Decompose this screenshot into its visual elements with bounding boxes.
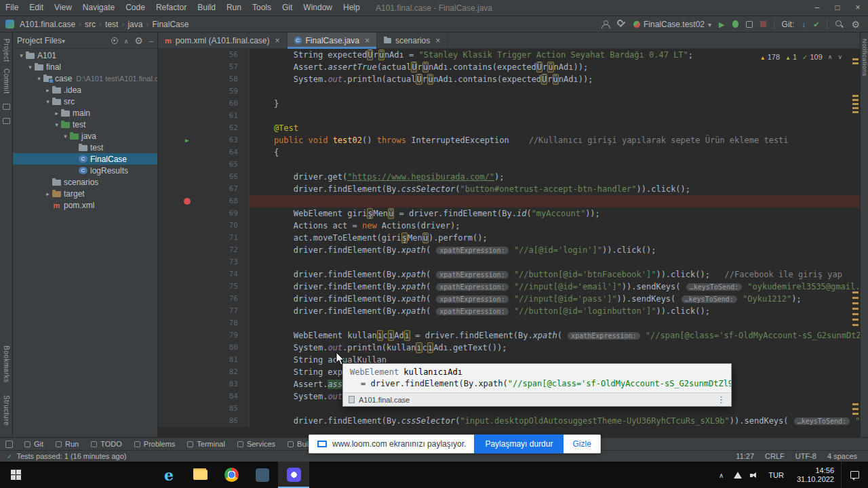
tool-window-icon[interactable] bbox=[3, 104, 10, 110]
gutter[interactable]: 72 bbox=[158, 244, 250, 256]
tree-item[interactable]: final bbox=[13, 61, 157, 73]
tab-close-icon[interactable] bbox=[435, 36, 440, 45]
tree-item[interactable]: java bbox=[13, 130, 157, 142]
tree-item[interactable]: src bbox=[13, 96, 157, 107]
code-line[interactable]: 57 Assert.assertTrue(actualÜrünAdı.conta… bbox=[158, 61, 860, 73]
status-message[interactable]: Tests passed: 1 (16 minutes ago) bbox=[16, 452, 126, 460]
network-icon[interactable] bbox=[734, 472, 742, 479]
gutter[interactable]: 64 bbox=[158, 146, 250, 159]
menu-file[interactable]: File bbox=[0, 0, 24, 16]
gutter[interactable]: 83 bbox=[158, 378, 250, 390]
collapse-all-icon[interactable] bbox=[124, 37, 129, 45]
status-widget[interactable]: 11:27 bbox=[736, 452, 754, 460]
gutter[interactable]: 76 bbox=[158, 293, 250, 305]
menu-build[interactable]: Build bbox=[192, 0, 221, 16]
gutter[interactable]: 58 bbox=[158, 73, 250, 85]
search-everywhere-icon[interactable] bbox=[835, 20, 844, 28]
build-tools-icon[interactable] bbox=[617, 20, 626, 28]
tree-item[interactable]: target bbox=[13, 188, 157, 199]
gutter[interactable]: 65 bbox=[158, 159, 250, 171]
breadcrumb-item[interactable]: src bbox=[83, 20, 97, 29]
gutter[interactable]: 66 bbox=[158, 171, 250, 183]
hide-panel-icon[interactable] bbox=[149, 37, 153, 45]
gutter[interactable]: 57 bbox=[158, 61, 250, 73]
maximize-button[interactable] bbox=[827, 0, 848, 16]
code-line[interactable]: 61 bbox=[158, 110, 860, 122]
toolwindow-run[interactable]: Run bbox=[50, 440, 85, 448]
menu-window[interactable]: Window bbox=[298, 0, 338, 16]
code-line[interactable]: 64 { bbox=[158, 146, 860, 159]
tree-item[interactable]: A101 bbox=[13, 49, 157, 61]
action-center-button[interactable] bbox=[841, 462, 868, 488]
gutter[interactable]: 78 bbox=[158, 317, 250, 329]
tree-item[interactable]: caseD:\A101 test\A101.final.case bbox=[13, 73, 157, 84]
panel-settings-icon[interactable] bbox=[134, 35, 143, 46]
tool-stripe-commit[interactable]: Commit bbox=[3, 68, 10, 94]
code-line[interactable]: 63 public void test02() throws Interrupt… bbox=[158, 134, 860, 146]
code-with-me-icon[interactable] bbox=[601, 20, 610, 28]
start-button[interactable] bbox=[0, 462, 31, 488]
gutter[interactable]: 81 bbox=[158, 354, 250, 366]
tree-toggle-icon[interactable] bbox=[43, 190, 52, 197]
gutter[interactable]: 74 bbox=[158, 268, 250, 281]
next-issue-icon[interactable]: ∨ bbox=[837, 54, 842, 60]
code-line[interactable]: 80 System.out.println(kullanıcıAdı.getTe… bbox=[158, 342, 860, 354]
breadcrumb-item[interactable]: java bbox=[126, 20, 144, 29]
warnings-count[interactable]: 178 bbox=[760, 53, 780, 61]
code-line[interactable]: 66 driver.get("https://www.hepsiburada.c… bbox=[158, 171, 860, 183]
tool-stripe-project[interactable]: Project bbox=[3, 39, 10, 62]
gutter[interactable]: 80 bbox=[158, 342, 250, 354]
run-test-icon[interactable] bbox=[185, 134, 189, 146]
code-line[interactable]: 74 driver.findElement(By.xpath( xpathExp… bbox=[158, 268, 860, 281]
tab-close-icon[interactable] bbox=[365, 36, 370, 45]
toolwindow-problems[interactable]: Problems bbox=[128, 440, 181, 448]
run-configuration-select[interactable]: FinalCase.test02 bbox=[633, 20, 711, 29]
gutter[interactable]: 70 bbox=[158, 220, 250, 232]
breadcrumb-item[interactable]: test bbox=[104, 20, 119, 29]
taskbar-clock[interactable]: 14:56 31.10.2022 bbox=[790, 466, 841, 484]
menu-run[interactable]: Run bbox=[221, 0, 247, 16]
gutter[interactable]: 62 bbox=[158, 122, 250, 134]
tool-window-icon[interactable] bbox=[3, 118, 10, 124]
gutter[interactable]: 59 bbox=[158, 85, 250, 98]
status-widget[interactable]: CRLF bbox=[765, 452, 785, 460]
status-widget[interactable]: 4 spaces bbox=[827, 452, 857, 460]
gutter[interactable]: 71 bbox=[158, 232, 250, 244]
code-line[interactable]: 73 bbox=[158, 256, 860, 268]
breakpoint-icon[interactable] bbox=[184, 198, 191, 205]
code-line[interactable]: 56 String expectedÜrünAdı = "Stanley Kla… bbox=[158, 49, 860, 61]
tree-toggle-icon[interactable] bbox=[35, 75, 43, 82]
gutter[interactable]: 69 bbox=[158, 207, 250, 220]
run-button[interactable] bbox=[719, 20, 724, 29]
breadcrumb-item[interactable]: FinalCase bbox=[151, 20, 190, 29]
minimize-button[interactable] bbox=[807, 0, 827, 16]
gutter[interactable]: 82 bbox=[158, 366, 250, 378]
menu-view[interactable]: View bbox=[49, 0, 77, 16]
tool-window-switcher-icon[interactable] bbox=[5, 441, 13, 448]
gutter[interactable]: 56 bbox=[158, 49, 250, 61]
tree-toggle-icon[interactable] bbox=[43, 87, 52, 94]
inspections-widget[interactable]: 178 1 109 ∧ ∨ bbox=[760, 53, 842, 61]
gutter[interactable]: 85 bbox=[158, 403, 250, 415]
toolwindow-git[interactable]: Git bbox=[18, 440, 50, 448]
project-view-select[interactable]: Project Files bbox=[17, 36, 62, 45]
toolwindow-todo[interactable]: TODO bbox=[85, 440, 128, 448]
code-line[interactable]: 60 } bbox=[158, 98, 860, 110]
code-line[interactable]: 59 bbox=[158, 85, 860, 98]
gutter[interactable]: 84 bbox=[158, 390, 250, 403]
gutter[interactable]: 63 bbox=[158, 134, 250, 146]
menu-edit[interactable]: Edit bbox=[24, 0, 49, 16]
toolwindow-terminal[interactable]: Terminal bbox=[181, 440, 231, 448]
tree-toggle-icon[interactable] bbox=[17, 52, 26, 59]
tree-item[interactable]: .idea bbox=[13, 84, 157, 96]
code-line[interactable]: 72 driver.findElement(By.xpath( xpathExp… bbox=[158, 244, 860, 256]
locate-file-icon[interactable] bbox=[111, 37, 118, 44]
close-button[interactable] bbox=[848, 0, 868, 16]
edge-app-icon[interactable] bbox=[153, 462, 184, 488]
code-line[interactable]: 70 Actions act = new Actions(driver); bbox=[158, 220, 860, 232]
toolwindow-services[interactable]: Services bbox=[231, 440, 281, 448]
tool-stripe-bookmarks[interactable]: Bookmarks bbox=[3, 346, 10, 383]
generic-app-icon[interactable] bbox=[247, 462, 278, 488]
code-line[interactable]: 68 bbox=[158, 195, 860, 207]
breadcrumb-item[interactable]: A101.final.case bbox=[18, 20, 77, 29]
